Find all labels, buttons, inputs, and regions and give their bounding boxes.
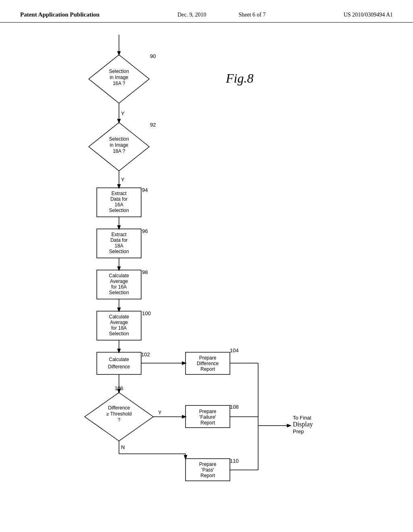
- svg-text:100: 100: [142, 310, 151, 316]
- svg-text:Selection: Selection: [109, 331, 129, 337]
- svg-text:Selection: Selection: [109, 290, 129, 295]
- svg-text:Selection: Selection: [109, 136, 129, 142]
- svg-text:Y: Y: [121, 177, 125, 183]
- svg-text:Calculate: Calculate: [109, 357, 129, 362]
- svg-text:94: 94: [142, 187, 148, 193]
- svg-text:16A: 16A: [115, 202, 123, 208]
- svg-text:Report: Report: [200, 473, 215, 478]
- svg-text:104: 104: [230, 347, 239, 353]
- svg-text:'Failure': 'Failure': [199, 414, 216, 420]
- svg-rect-43: [97, 352, 141, 374]
- svg-text:Difference: Difference: [197, 361, 219, 366]
- svg-text:Y: Y: [158, 409, 162, 416]
- svg-text:Average: Average: [110, 278, 128, 284]
- svg-text:N: N: [121, 444, 125, 450]
- svg-marker-54: [85, 393, 153, 441]
- svg-text:Difference: Difference: [108, 364, 130, 370]
- sheet-info: Sheet 6 of 7: [238, 12, 265, 18]
- svg-text:Prepare: Prepare: [199, 355, 217, 361]
- svg-text:Extract: Extract: [111, 191, 127, 196]
- svg-text:in Image: in Image: [110, 142, 128, 148]
- svg-text:Calculate: Calculate: [109, 273, 129, 278]
- page-header: Patent Application Publication Dec. 9, 2…: [0, 0, 413, 23]
- svg-text:92: 92: [150, 122, 156, 128]
- svg-text:for 18A: for 18A: [111, 325, 127, 331]
- svg-text:110: 110: [230, 458, 239, 464]
- svg-text:Calculate: Calculate: [109, 314, 129, 320]
- svg-text:'Pass': 'Pass': [201, 467, 214, 473]
- svg-text:96: 96: [142, 228, 148, 234]
- svg-text:90: 90: [150, 53, 156, 59]
- publication-date: Dec. 9, 2010: [177, 12, 206, 18]
- svg-text:Selection: Selection: [109, 208, 129, 213]
- svg-text:98: 98: [142, 269, 148, 275]
- svg-text:Prep: Prep: [293, 428, 304, 434]
- svg-text:18A: 18A: [115, 243, 123, 249]
- svg-text:Display: Display: [293, 421, 313, 428]
- svg-text:Report: Report: [200, 366, 215, 372]
- svg-text:102: 102: [141, 351, 150, 357]
- svg-text:Selection: Selection: [109, 249, 129, 254]
- svg-text:108: 108: [230, 404, 239, 410]
- svg-text:Selection: Selection: [109, 69, 129, 74]
- svg-text:18A ?: 18A ?: [113, 148, 125, 154]
- diagram-area: Fig.8 Selection in Image 16A ? 90 Y Sele…: [0, 23, 413, 514]
- svg-text:Extract: Extract: [111, 232, 127, 237]
- svg-text:Average: Average: [110, 320, 128, 325]
- flowchart-svg: Selection in Image 16A ? 90 Y Selection …: [0, 23, 413, 514]
- publication-title: Patent Application Publication: [20, 11, 100, 18]
- svg-text:for 16A: for 16A: [111, 284, 127, 290]
- patent-number: US 2010/0309494 A1: [344, 12, 393, 18]
- svg-text:16A ?: 16A ?: [113, 81, 125, 86]
- svg-text:in Image: in Image: [110, 75, 128, 80]
- svg-text:106: 106: [115, 385, 123, 391]
- svg-text:Data for: Data for: [111, 196, 128, 202]
- svg-text:Prepare: Prepare: [199, 409, 217, 414]
- svg-text:Report: Report: [200, 420, 215, 426]
- svg-text:To Final: To Final: [293, 415, 311, 421]
- svg-text:Data for: Data for: [111, 237, 128, 243]
- svg-text:Y: Y: [121, 110, 125, 116]
- svg-text:Prepare: Prepare: [199, 461, 217, 467]
- svg-text:Difference: Difference: [108, 405, 130, 411]
- svg-text:?: ?: [118, 417, 121, 423]
- svg-text:≥ Threshold: ≥ Threshold: [106, 411, 131, 417]
